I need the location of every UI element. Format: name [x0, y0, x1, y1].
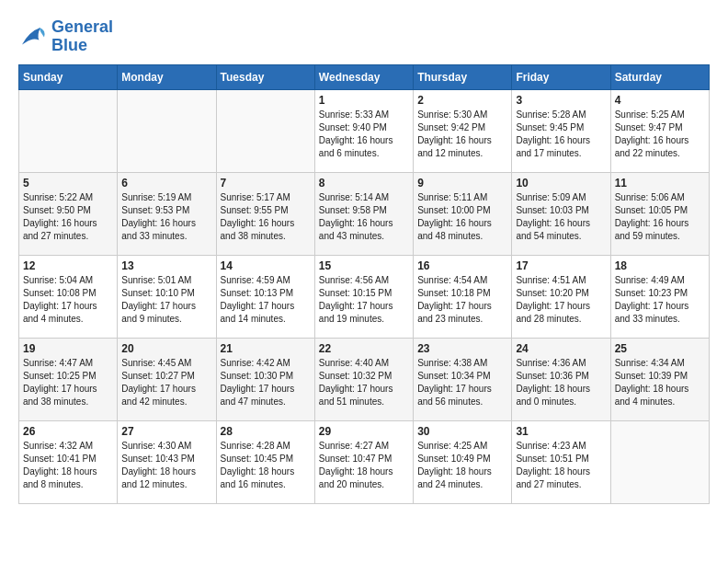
calendar-cell: 1Sunrise: 5:33 AM Sunset: 9:40 PM Daylig… [314, 89, 413, 172]
day-content: Sunrise: 4:47 AM Sunset: 10:25 PM Daylig… [23, 357, 113, 408]
calendar-cell [216, 89, 314, 172]
day-content: Sunrise: 5:14 AM Sunset: 9:58 PM Dayligh… [319, 191, 409, 243]
calendar-header-sunday: Sunday [19, 64, 118, 89]
calendar-cell: 29Sunrise: 4:27 AM Sunset: 10:47 PM Dayl… [314, 420, 413, 503]
calendar-cell: 2Sunrise: 5:30 AM Sunset: 9:42 PM Daylig… [414, 89, 512, 172]
calendar-cell: 14Sunrise: 4:59 AM Sunset: 10:13 PM Dayl… [216, 255, 314, 338]
day-content: Sunrise: 5:17 AM Sunset: 9:55 PM Dayligh… [221, 191, 311, 243]
day-content: Sunrise: 5:04 AM Sunset: 10:08 PM Daylig… [23, 274, 113, 326]
calendar-cell: 5Sunrise: 5:22 AM Sunset: 9:50 PM Daylig… [19, 172, 118, 255]
day-content: Sunrise: 4:40 AM Sunset: 10:32 PM Daylig… [319, 357, 409, 408]
day-content: Sunrise: 5:25 AM Sunset: 9:47 PM Dayligh… [615, 109, 705, 160]
day-number: 27 [121, 425, 211, 438]
calendar-week-row: 1Sunrise: 5:33 AM Sunset: 9:40 PM Daylig… [19, 89, 710, 172]
day-number: 31 [516, 425, 606, 438]
day-number: 15 [319, 259, 409, 272]
logo-text: General Blue [51, 18, 113, 55]
day-number: 25 [615, 342, 705, 355]
day-content: Sunrise: 4:59 AM Sunset: 10:13 PM Daylig… [221, 274, 311, 326]
calendar-cell: 27Sunrise: 4:30 AM Sunset: 10:43 PM Dayl… [118, 420, 216, 503]
calendar-cell: 16Sunrise: 4:54 AM Sunset: 10:18 PM Dayl… [414, 255, 512, 338]
logo-icon [18, 24, 48, 50]
calendar-header-tuesday: Tuesday [216, 64, 314, 89]
calendar-week-row: 19Sunrise: 4:47 AM Sunset: 10:25 PM Dayl… [19, 338, 710, 420]
calendar-cell: 26Sunrise: 4:32 AM Sunset: 10:41 PM Dayl… [19, 420, 118, 503]
day-number: 30 [417, 425, 507, 438]
calendar-header-row: SundayMondayTuesdayWednesdayThursdayFrid… [19, 64, 710, 89]
calendar-cell [118, 89, 216, 172]
calendar-cell: 23Sunrise: 4:38 AM Sunset: 10:34 PM Dayl… [414, 338, 512, 420]
calendar-cell: 21Sunrise: 4:42 AM Sunset: 10:30 PM Dayl… [216, 338, 314, 420]
calendar-week-row: 5Sunrise: 5:22 AM Sunset: 9:50 PM Daylig… [19, 172, 710, 255]
calendar-cell: 12Sunrise: 5:04 AM Sunset: 10:08 PM Dayl… [19, 255, 118, 338]
day-number: 16 [417, 259, 507, 272]
logo: General Blue [18, 18, 113, 55]
calendar-header-saturday: Saturday [610, 64, 709, 89]
calendar-cell: 22Sunrise: 4:40 AM Sunset: 10:32 PM Dayl… [314, 338, 413, 420]
day-content: Sunrise: 4:36 AM Sunset: 10:36 PM Daylig… [516, 357, 606, 408]
day-number: 2 [417, 94, 507, 107]
day-content: Sunrise: 5:19 AM Sunset: 9:53 PM Dayligh… [121, 191, 211, 243]
calendar-cell: 15Sunrise: 4:56 AM Sunset: 10:15 PM Dayl… [314, 255, 413, 338]
calendar-week-row: 26Sunrise: 4:32 AM Sunset: 10:41 PM Dayl… [19, 420, 710, 503]
day-number: 9 [417, 177, 507, 190]
day-number: 28 [221, 425, 311, 438]
calendar-cell: 4Sunrise: 5:25 AM Sunset: 9:47 PM Daylig… [610, 89, 709, 172]
calendar-cell: 3Sunrise: 5:28 AM Sunset: 9:45 PM Daylig… [512, 89, 610, 172]
day-content: Sunrise: 4:30 AM Sunset: 10:43 PM Daylig… [121, 440, 211, 491]
calendar-header-wednesday: Wednesday [314, 64, 413, 89]
day-content: Sunrise: 4:45 AM Sunset: 10:27 PM Daylig… [121, 357, 211, 408]
day-content: Sunrise: 5:11 AM Sunset: 10:00 PM Daylig… [417, 191, 507, 243]
calendar-table: SundayMondayTuesdayWednesdayThursdayFrid… [18, 64, 710, 504]
day-number: 7 [221, 177, 311, 190]
day-number: 21 [221, 342, 311, 355]
day-number: 14 [221, 259, 311, 272]
day-number: 3 [516, 94, 606, 107]
day-number: 6 [121, 177, 211, 190]
calendar-cell: 9Sunrise: 5:11 AM Sunset: 10:00 PM Dayli… [414, 172, 512, 255]
day-number: 4 [615, 94, 705, 107]
day-content: Sunrise: 4:28 AM Sunset: 10:45 PM Daylig… [221, 440, 311, 491]
day-number: 12 [23, 259, 113, 272]
day-content: Sunrise: 4:34 AM Sunset: 10:39 PM Daylig… [615, 357, 705, 408]
calendar-cell: 30Sunrise: 4:25 AM Sunset: 10:49 PM Dayl… [414, 420, 512, 503]
day-content: Sunrise: 4:54 AM Sunset: 10:18 PM Daylig… [417, 274, 507, 326]
day-number: 5 [23, 177, 113, 190]
day-content: Sunrise: 4:49 AM Sunset: 10:23 PM Daylig… [615, 274, 705, 326]
day-content: Sunrise: 4:23 AM Sunset: 10:51 PM Daylig… [516, 440, 606, 491]
day-content: Sunrise: 5:09 AM Sunset: 10:03 PM Daylig… [516, 191, 606, 243]
calendar-cell: 28Sunrise: 4:28 AM Sunset: 10:45 PM Dayl… [216, 420, 314, 503]
day-number: 17 [516, 259, 606, 272]
calendar-cell [19, 89, 118, 172]
calendar-cell: 25Sunrise: 4:34 AM Sunset: 10:39 PM Dayl… [610, 338, 709, 420]
calendar-cell: 11Sunrise: 5:06 AM Sunset: 10:05 PM Dayl… [610, 172, 709, 255]
day-number: 20 [121, 342, 211, 355]
day-number: 13 [121, 259, 211, 272]
page-header: General Blue [18, 18, 710, 55]
day-number: 19 [23, 342, 113, 355]
day-content: Sunrise: 4:32 AM Sunset: 10:41 PM Daylig… [23, 440, 113, 491]
day-content: Sunrise: 5:01 AM Sunset: 10:10 PM Daylig… [121, 274, 211, 326]
calendar-cell: 10Sunrise: 5:09 AM Sunset: 10:03 PM Dayl… [512, 172, 610, 255]
calendar-week-row: 12Sunrise: 5:04 AM Sunset: 10:08 PM Dayl… [19, 255, 710, 338]
calendar-cell: 31Sunrise: 4:23 AM Sunset: 10:51 PM Dayl… [512, 420, 610, 503]
day-content: Sunrise: 5:28 AM Sunset: 9:45 PM Dayligh… [516, 109, 606, 160]
day-content: Sunrise: 5:30 AM Sunset: 9:42 PM Dayligh… [417, 109, 507, 160]
calendar-cell [610, 420, 709, 503]
day-number: 11 [615, 177, 705, 190]
day-content: Sunrise: 4:51 AM Sunset: 10:20 PM Daylig… [516, 274, 606, 326]
day-content: Sunrise: 4:27 AM Sunset: 10:47 PM Daylig… [319, 440, 409, 491]
day-number: 26 [23, 425, 113, 438]
day-content: Sunrise: 4:25 AM Sunset: 10:49 PM Daylig… [417, 440, 507, 491]
day-content: Sunrise: 5:33 AM Sunset: 9:40 PM Dayligh… [319, 109, 409, 160]
day-number: 24 [516, 342, 606, 355]
day-content: Sunrise: 4:38 AM Sunset: 10:34 PM Daylig… [417, 357, 507, 408]
day-number: 23 [417, 342, 507, 355]
day-number: 29 [319, 425, 409, 438]
calendar-cell: 19Sunrise: 4:47 AM Sunset: 10:25 PM Dayl… [19, 338, 118, 420]
calendar-header-friday: Friday [512, 64, 610, 89]
calendar-cell: 8Sunrise: 5:14 AM Sunset: 9:58 PM Daylig… [314, 172, 413, 255]
day-number: 8 [319, 177, 409, 190]
day-number: 10 [516, 177, 606, 190]
day-number: 22 [319, 342, 409, 355]
